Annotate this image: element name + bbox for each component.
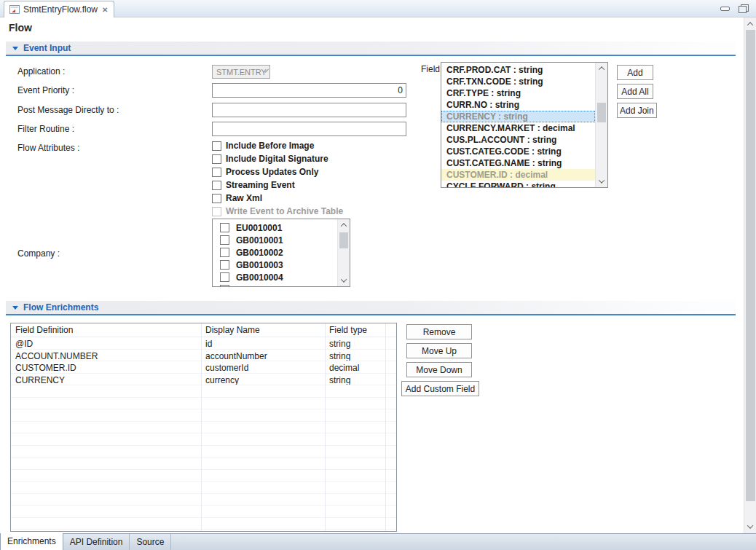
- field-list-item[interactable]: CURRENCY : string: [441, 111, 595, 122]
- close-icon[interactable]: ✕: [101, 6, 109, 14]
- bottom-tab-label: Source: [136, 537, 164, 547]
- field-scrollbar[interactable]: [595, 63, 607, 187]
- scroll-up-icon[interactable]: [338, 219, 350, 231]
- company-item[interactable]: GB0010004: [213, 271, 337, 283]
- editor-tab-title: StmtEntryFlow.flow: [23, 4, 98, 15]
- remove-button[interactable]: Remove: [406, 324, 472, 339]
- section-event-input-header[interactable]: Event Input: [6, 42, 736, 55]
- field-list-item[interactable]: CURRENCY.MARKET : decimal: [441, 122, 595, 134]
- field-list-item-text: CYCLE.FORWARD : string: [446, 181, 556, 188]
- add-custom-field-button[interactable]: Add Custom Field: [401, 381, 479, 396]
- flow-attribute-row[interactable]: Include Digital Signature: [212, 152, 343, 165]
- add-all-button[interactable]: Add All: [617, 84, 653, 99]
- field-list-item-text: CUST.CATEG.NAME : string: [446, 158, 562, 168]
- field-list-item[interactable]: CUS.PL.ACCOUNT : string: [441, 134, 595, 146]
- event-priority-label: Event Priority :: [17, 85, 74, 95]
- flow-attribute-row[interactable]: Include Before Image: [212, 139, 343, 152]
- enrichments-table: Field Definition Display Name Field type…: [10, 323, 397, 532]
- flow-attribute-row[interactable]: Raw Xml: [212, 192, 343, 205]
- company-item[interactable]: EU0010001: [213, 221, 337, 234]
- company-item[interactable]: GB0010005: [213, 283, 337, 287]
- column-divider: [385, 323, 386, 531]
- table-row[interactable]: @ID id string: [11, 337, 396, 350]
- field-list-item[interactable]: CYCLE.FORWARD : string: [441, 181, 595, 188]
- company-item[interactable]: GB0010003: [213, 259, 337, 271]
- scroll-down-icon[interactable]: [338, 275, 350, 286]
- collapse-triangle-icon[interactable]: [12, 47, 18, 50]
- bottom-tab-label: Enrichments: [7, 536, 56, 546]
- cell-field-definition: ACCOUNT.NUMBER: [11, 350, 201, 361]
- section-flow-enrichments-header[interactable]: Flow Enrichments: [6, 301, 736, 314]
- checkbox[interactable]: [212, 194, 221, 203]
- application-dropdown[interactable]: STMT.ENTRY: [212, 65, 270, 79]
- scroll-up-icon[interactable]: [596, 63, 607, 74]
- main-vertical-scrollbar[interactable]: [744, 17, 756, 533]
- cell-field-definition: CUSTOMER.ID: [11, 361, 201, 373]
- post-message-input[interactable]: [212, 103, 406, 117]
- checkbox[interactable]: [212, 207, 221, 216]
- flow-attribute-label: Raw Xml: [226, 193, 262, 203]
- company-item-label: GB0010005: [236, 285, 283, 288]
- checkbox[interactable]: [220, 223, 229, 232]
- field-listbox: CRF.PROD.CAT : string CRF.TXN.CODE : str…: [441, 62, 608, 188]
- scroll-up-icon[interactable]: [744, 18, 756, 30]
- company-item-label: GB0010003: [236, 260, 283, 270]
- field-list-item[interactable]: CRF.TYPE : string: [441, 87, 595, 99]
- company-scrollbar[interactable]: [337, 219, 350, 286]
- add-join-button[interactable]: Add Join: [617, 103, 657, 118]
- tab-api-definition[interactable]: API Definition: [63, 534, 130, 550]
- table-row[interactable]: CURRENCY currency string: [11, 374, 396, 386]
- company-item[interactable]: GB0010002: [213, 246, 337, 259]
- scrollbar-thumb[interactable]: [597, 103, 606, 122]
- flow-attribute-row[interactable]: Streaming Event: [212, 178, 343, 192]
- table-row[interactable]: CUSTOMER.ID customerId decimal: [11, 361, 396, 374]
- flow-attribute-row[interactable]: Write Event to Archive Table: [212, 205, 343, 218]
- table-row-empty: [11, 494, 396, 506]
- collapse-triangle-icon[interactable]: [12, 306, 18, 310]
- checkbox[interactable]: [220, 248, 229, 257]
- view-controls: [720, 4, 749, 13]
- field-list-item[interactable]: CUST.CATEG.NAME : string: [441, 157, 595, 169]
- field-label: Field:: [421, 64, 442, 74]
- field-list-item[interactable]: CRF.TXN.CODE : string: [441, 76, 595, 87]
- flow-attribute-row[interactable]: Process Updates Only: [212, 165, 343, 178]
- checkbox[interactable]: [212, 181, 221, 190]
- filter-routine-input[interactable]: [212, 122, 406, 136]
- cell-field-definition: CURRENCY: [11, 374, 201, 385]
- field-list-item[interactable]: CRF.PROD.CAT : string: [441, 64, 595, 76]
- scrollbar-thumb[interactable]: [339, 232, 348, 248]
- checkbox[interactable]: [212, 154, 221, 164]
- scroll-down-icon[interactable]: [744, 521, 756, 533]
- company-item[interactable]: GB0010001: [213, 234, 337, 246]
- field-list-item[interactable]: CURR.NO : string: [441, 99, 595, 111]
- checkbox[interactable]: [220, 235, 229, 245]
- cell-display-name: currency: [201, 374, 325, 385]
- checkbox[interactable]: [212, 141, 221, 151]
- table-row-empty: [11, 457, 396, 470]
- event-priority-input[interactable]: [212, 83, 406, 98]
- filter-routine-label: Filter Routine :: [17, 124, 74, 134]
- application-label: Application :: [17, 66, 65, 76]
- company-item-label: GB0010002: [236, 248, 283, 258]
- field-list-item[interactable]: CUST.CATEG.CODE : string: [441, 146, 595, 157]
- restore-icon[interactable]: [739, 4, 749, 13]
- checkbox[interactable]: [220, 272, 229, 282]
- table-row-empty: [11, 482, 396, 494]
- field-list-item[interactable]: CUSTOMER.ID : decimal: [441, 169, 595, 181]
- move-up-button[interactable]: Move Up: [406, 343, 472, 358]
- scroll-down-icon[interactable]: [596, 176, 607, 187]
- column-header-field-type: Field type: [325, 323, 385, 337]
- move-down-button[interactable]: Move Down: [406, 362, 472, 377]
- table-row[interactable]: ACCOUNT.NUMBER accountNumber string: [11, 350, 396, 362]
- minimize-icon[interactable]: [720, 7, 730, 11]
- checkbox[interactable]: [220, 260, 229, 270]
- checkbox[interactable]: [220, 285, 229, 287]
- flow-file-icon: [9, 5, 20, 14]
- tab-enrichments[interactable]: Enrichments: [0, 533, 63, 550]
- editor-tab[interactable]: StmtEntryFlow.flow ✕: [4, 1, 114, 17]
- add-button[interactable]: Add: [617, 65, 653, 80]
- checkbox[interactable]: [212, 168, 221, 177]
- scrollbar-thumb[interactable]: [746, 30, 755, 501]
- tab-source[interactable]: Source: [130, 534, 171, 550]
- page-title: Flow: [9, 22, 32, 34]
